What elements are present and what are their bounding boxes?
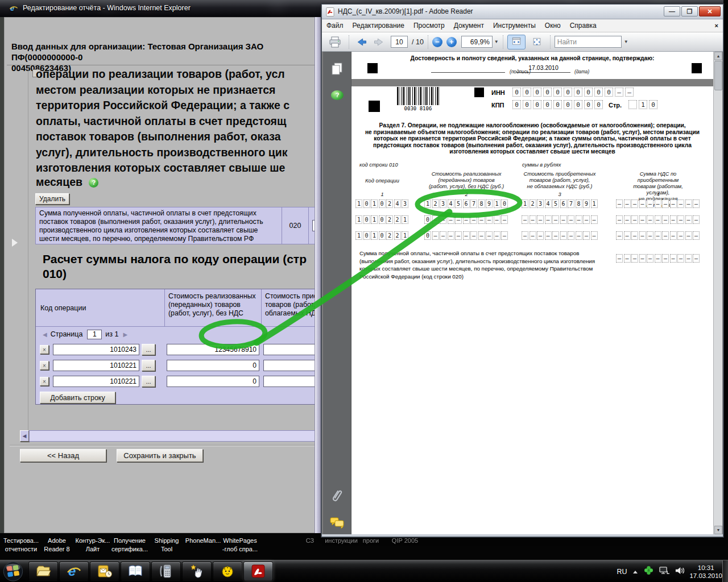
taskbar-phone-button[interactable] bbox=[151, 562, 181, 581]
desktop-icon-label[interactable]: Shipping Tool bbox=[155, 537, 179, 554]
print-icon[interactable] bbox=[325, 35, 345, 49]
taskbar-qip-button[interactable] bbox=[213, 562, 242, 581]
pdf-row2-code: 1010221 bbox=[355, 215, 410, 224]
help-icon[interactable]: ? bbox=[89, 178, 98, 188]
find-dropdown-icon[interactable]: ▼ bbox=[624, 39, 628, 44]
menu-help[interactable]: Справка bbox=[565, 22, 601, 30]
zoom-level-input[interactable]: 69,9% bbox=[461, 36, 493, 48]
menu-document[interactable]: Документ bbox=[449, 22, 489, 30]
zoom-out-icon[interactable]: − bbox=[432, 37, 442, 47]
save-close-button[interactable]: Сохранить и закрыть bbox=[117, 449, 203, 462]
pdf-vertical-scrollbar[interactable]: ▲ ▼ bbox=[713, 52, 722, 534]
menu-file[interactable]: Файл bbox=[322, 22, 348, 30]
tray-expand-icon[interactable] bbox=[632, 567, 639, 577]
registration-mark bbox=[367, 63, 378, 73]
page-number-input[interactable]: 10 bbox=[391, 36, 408, 48]
str-label: Стр. bbox=[609, 102, 622, 109]
row-code-input[interactable]: 1010221 bbox=[53, 360, 139, 371]
next-page-icon[interactable] bbox=[370, 35, 387, 49]
menu-view[interactable]: Просмотр bbox=[409, 22, 449, 30]
language-indicator[interactable]: RU bbox=[617, 568, 627, 576]
digit-cell: – bbox=[591, 215, 598, 224]
row-delete-button[interactable]: × bbox=[40, 345, 49, 354]
taskbar-ie-button[interactable]: e bbox=[59, 562, 89, 581]
menu-window[interactable]: Окно bbox=[540, 22, 565, 30]
ar-titlebar[interactable]: НДС_(с_IV_кв.2009г)[1].pdf - Adobe Reade… bbox=[322, 5, 723, 19]
scroll-up-icon[interactable]: ▲ bbox=[714, 52, 722, 60]
desktop-icon-label[interactable]: QIP 2005 bbox=[392, 537, 418, 545]
desktop-icon-label[interactable]: проги bbox=[363, 537, 379, 545]
delete-button[interactable]: Удалить bbox=[35, 193, 69, 205]
back-button[interactable]: << Назад bbox=[20, 449, 106, 462]
table-row: × 1010221 ... 0 bbox=[36, 373, 318, 389]
row-delete-button[interactable]: × bbox=[40, 377, 49, 386]
scroll-thumb[interactable] bbox=[714, 61, 722, 90]
page-total-label: / 10 bbox=[412, 38, 424, 46]
taskbar-explorer-button[interactable] bbox=[28, 562, 58, 581]
row-val2-input[interactable]: 0 bbox=[167, 376, 259, 387]
row-lookup-button[interactable]: ... bbox=[142, 344, 155, 355]
tray-clock[interactable]: 10:31 17.03.2010 bbox=[689, 564, 722, 580]
taskbar-pointer-tool-button[interactable] bbox=[182, 562, 212, 581]
taskbar-addressbook-button[interactable] bbox=[121, 562, 150, 581]
row-delete-button[interactable]: × bbox=[40, 361, 49, 370]
zoom-dropdown-icon[interactable]: ▼ bbox=[494, 39, 499, 44]
show-desktop-button[interactable] bbox=[722, 560, 728, 582]
digit-cell: 0 bbox=[584, 100, 593, 109]
section7-title: Раздел 7. Операции, не подлежащие налого… bbox=[351, 122, 713, 155]
row-code-input[interactable]: 1010243 bbox=[53, 344, 139, 355]
row-lookup-button[interactable]: ... bbox=[142, 360, 155, 371]
panel-expand-arrow[interactable] bbox=[12, 239, 18, 247]
row-val3-input[interactable]: 1234567891 bbox=[263, 344, 318, 355]
taskbar-outlook-button[interactable] bbox=[90, 562, 119, 581]
comments-panel-icon[interactable] bbox=[330, 517, 345, 531]
maximize-button[interactable]: ❐ bbox=[681, 6, 698, 16]
ar-menubar: Файл Редактирование Просмотр Документ Ин… bbox=[322, 19, 723, 32]
desktop-icon-label[interactable]: Тестирова... отчетности bbox=[3, 537, 39, 554]
desktop-icon-label[interactable]: Контур-Эк... Лайт bbox=[76, 537, 110, 554]
hscroll-left-button[interactable]: ◀ bbox=[20, 430, 29, 442]
full-screen-icon[interactable] bbox=[528, 35, 546, 49]
row-val2-input[interactable]: 0 bbox=[167, 360, 259, 371]
digit-cell: 0 bbox=[363, 231, 370, 240]
row-val2-input[interactable]: 12345678910 bbox=[167, 344, 259, 355]
start-button[interactable] bbox=[2, 561, 24, 582]
how-to-panel-icon[interactable]: ? bbox=[331, 90, 344, 100]
zoom-in-icon[interactable]: + bbox=[446, 37, 457, 47]
desktop-icon-label[interactable]: WhitePages -глоб спра... bbox=[222, 537, 258, 554]
menubar-close-icon[interactable]: × bbox=[715, 22, 718, 29]
menu-edit[interactable]: Редактирование bbox=[348, 22, 409, 30]
fit-width-icon[interactable] bbox=[507, 35, 526, 49]
page-prev-icon[interactable]: ◀ bbox=[43, 331, 47, 338]
attachments-panel-icon[interactable] bbox=[330, 487, 344, 506]
taskbar-adobe-reader-button[interactable] bbox=[243, 562, 273, 581]
row-val3-input[interactable] bbox=[263, 360, 318, 371]
volume-icon[interactable] bbox=[675, 566, 684, 577]
add-row-button[interactable]: Добавить строку bbox=[40, 392, 115, 404]
previous-page-icon[interactable] bbox=[353, 35, 370, 49]
row-code-input[interactable]: 1010221 bbox=[53, 376, 139, 387]
pages-panel-icon[interactable] bbox=[330, 62, 344, 79]
page-next-icon[interactable]: ▶ bbox=[123, 331, 128, 338]
ie-vertical-scrollbar[interactable] bbox=[315, 17, 321, 533]
digit-cell: – bbox=[631, 231, 638, 240]
find-input[interactable]: Найти bbox=[555, 36, 622, 48]
close-button[interactable]: ✕ bbox=[699, 6, 721, 16]
desktop-icon-label[interactable]: СЗ bbox=[306, 537, 314, 545]
minimize-button[interactable]: — bbox=[664, 6, 680, 16]
menu-tools[interactable]: Инструменты bbox=[489, 22, 540, 30]
desktop-icon-label[interactable]: инструкции bbox=[325, 537, 358, 545]
qip-status-icon[interactable] bbox=[644, 566, 653, 577]
row-lookup-button[interactable]: ... bbox=[142, 376, 155, 387]
scroll-down-icon[interactable]: ▼ bbox=[714, 526, 722, 534]
page-number-input[interactable]: 1 bbox=[87, 330, 102, 339]
digit-cell: – bbox=[677, 215, 684, 224]
network-icon[interactable] bbox=[659, 566, 669, 577]
hscrollbar[interactable] bbox=[29, 430, 318, 442]
digit-cell: – bbox=[455, 215, 462, 224]
desktop-icon-label[interactable]: Adobe Reader 8 bbox=[44, 537, 69, 554]
row-val3-input[interactable] bbox=[263, 376, 318, 387]
desktop-icon-label[interactable]: PhoneMan... bbox=[185, 537, 221, 545]
digit-cell: – bbox=[616, 231, 623, 240]
desktop-icon-label[interactable]: Получение сертифика... bbox=[111, 537, 148, 554]
